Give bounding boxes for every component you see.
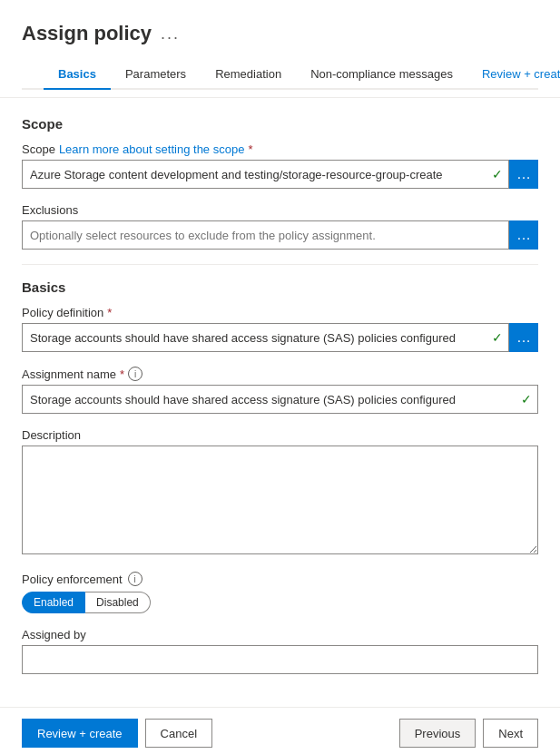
tab-non-compliance[interactable]: Non-compliance messages xyxy=(296,60,467,90)
exclusions-label: Exclusions xyxy=(22,203,78,217)
scope-required: * xyxy=(248,142,252,156)
scope-learn-more[interactable]: Learn more about setting the scope xyxy=(59,142,245,156)
tab-basics[interactable]: Basics xyxy=(44,60,111,90)
assignment-name-group: Assignment name * i ✓ xyxy=(22,367,538,414)
enforcement-disabled-toggle[interactable]: Disabled xyxy=(85,592,151,613)
scope-field-group: Scope Learn more about setting the scope… xyxy=(22,142,538,189)
review-create-button[interactable]: Review + create xyxy=(22,719,138,748)
description-textarea[interactable] xyxy=(22,446,538,554)
exclusions-browse-button[interactable]: … xyxy=(509,220,538,250)
description-label: Description xyxy=(22,428,81,442)
scope-label: Scope xyxy=(22,142,55,156)
policy-definition-check-icon: ✓ xyxy=(486,330,508,345)
section-divider xyxy=(22,264,538,265)
assignment-name-input[interactable] xyxy=(23,386,516,413)
ellipsis-menu[interactable]: ... xyxy=(161,24,180,44)
policy-enforcement-info-icon[interactable]: i xyxy=(128,572,142,586)
assignment-name-check-icon: ✓ xyxy=(516,392,537,406)
assigned-by-group: Assigned by xyxy=(22,628,538,674)
scope-section-label: Scope xyxy=(22,116,538,132)
next-button[interactable]: Next xyxy=(483,719,538,748)
tab-review-create[interactable]: Review + create xyxy=(467,60,560,90)
assignment-name-required: * xyxy=(120,367,124,381)
tab-remediation[interactable]: Remediation xyxy=(201,60,296,90)
footer: Review + create Cancel Previous Next xyxy=(0,707,560,754)
exclusions-input[interactable] xyxy=(22,220,509,250)
scope-check-icon: ✓ xyxy=(486,167,508,181)
policy-definition-input[interactable] xyxy=(23,324,486,351)
cancel-button[interactable]: Cancel xyxy=(145,719,212,748)
previous-button[interactable]: Previous xyxy=(399,719,476,748)
policy-definition-label: Policy definition xyxy=(22,306,103,319)
scope-input[interactable] xyxy=(23,161,486,188)
policy-definition-group: Policy definition * ✓ … xyxy=(22,306,538,352)
page-title: Assign policy xyxy=(22,22,152,45)
description-group: Description xyxy=(22,428,538,557)
assigned-by-input[interactable] xyxy=(22,645,538,674)
policy-enforcement-group: Policy enforcement i Enabled Disabled xyxy=(22,572,538,613)
scope-browse-button[interactable]: … xyxy=(509,160,538,189)
enforcement-enabled-toggle[interactable]: Enabled xyxy=(22,592,85,613)
policy-definition-required: * xyxy=(107,306,112,319)
assignment-name-info-icon[interactable]: i xyxy=(128,367,142,381)
policy-definition-browse-button[interactable]: … xyxy=(509,323,538,352)
basics-section-label: Basics xyxy=(22,279,538,295)
assignment-name-label: Assignment name xyxy=(22,367,116,381)
policy-enforcement-label: Policy enforcement xyxy=(22,573,123,586)
exclusions-field-group: Exclusions … xyxy=(22,203,538,250)
assigned-by-label: Assigned by xyxy=(22,628,86,641)
tab-parameters[interactable]: Parameters xyxy=(111,60,201,90)
